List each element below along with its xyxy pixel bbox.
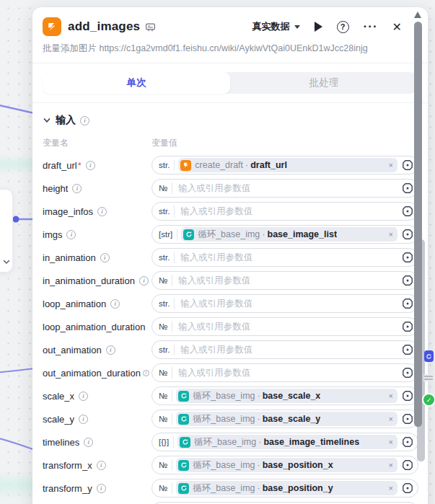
info-icon[interactable]: i [100, 253, 110, 262]
node-settings-icon[interactable] [401, 366, 414, 379]
reference-pill[interactable]: 循环_base_img · base_image_timelines × [177, 435, 397, 449]
type-tag[interactable]: str. [152, 252, 175, 263]
param-label: in_animation i [43, 252, 151, 263]
help-button[interactable]: ? [337, 21, 349, 33]
col-variable-name: 变量名 [43, 137, 151, 149]
param-value-field[interactable]: № 输入或引用参数值 [151, 363, 418, 382]
annotation-icon[interactable] [145, 22, 156, 32]
type-tag[interactable]: № [152, 390, 172, 402]
type-tag[interactable]: str. [152, 159, 175, 171]
node-settings-icon[interactable] [401, 205, 414, 218]
info-icon[interactable]: i [79, 392, 88, 401]
node-settings-icon[interactable] [401, 343, 414, 356]
info-icon[interactable]: i [80, 116, 89, 125]
type-tag[interactable]: № [152, 482, 172, 494]
type-tag[interactable]: str. [152, 344, 175, 355]
info-icon[interactable]: i [143, 370, 149, 376]
reference-pill[interactable]: 循环_base_img · base_scale_x × [176, 389, 397, 403]
tab-batch[interactable]: 批处理 [230, 72, 418, 94]
reference-pill[interactable]: 循环_base_img · base_scale_y × [176, 412, 397, 426]
info-icon[interactable]: i [97, 484, 106, 493]
scroll-up-arrow[interactable] [414, 12, 421, 18]
clear-icon[interactable]: × [385, 161, 393, 169]
param-row: transform_y i № 循环_base_img · base_posit… [43, 477, 418, 500]
type-tag[interactable]: str. [152, 205, 175, 217]
node-settings-icon[interactable] [401, 297, 414, 310]
node-settings-icon[interactable] [401, 159, 414, 172]
canvas-node[interactable] [0, 189, 13, 273]
param-value-field[interactable]: № 循环_base_img · base_scale_x × [151, 386, 418, 405]
type-tag[interactable]: str. [152, 298, 175, 309]
reference-pill[interactable]: create_draft · draft_url × [178, 158, 397, 172]
param-row: out_animation i str. 输入或引用参数值 [43, 338, 418, 361]
node-settings-icon[interactable] [401, 320, 414, 333]
param-value-field[interactable]: № 循环_base_img · base_scale_y × [151, 410, 418, 428]
loop-node-badge[interactable] [424, 350, 434, 362]
data-mode-dropdown[interactable]: 真实数据 [252, 20, 300, 33]
type-tag[interactable]: № [152, 321, 172, 332]
info-icon[interactable]: i [106, 345, 115, 355]
param-value-field[interactable]: str. 输入或引用参数值 [151, 248, 418, 267]
reference-pill[interactable]: 循环_base_img · base_image_list × [181, 227, 397, 242]
node-settings-icon[interactable] [401, 459, 414, 472]
info-icon[interactable]: i [97, 461, 106, 470]
scrollbar-thumb[interactable] [414, 22, 422, 427]
info-icon[interactable]: i [139, 276, 149, 286]
more-button[interactable]: ··· [364, 23, 378, 30]
ref-field-name: base_scale_x [263, 391, 321, 401]
info-icon[interactable]: i [79, 415, 88, 424]
clear-icon[interactable]: × [385, 230, 393, 239]
param-value-field[interactable]: № 输入或引用参数值 [151, 317, 418, 336]
param-value-field[interactable]: [{}] 循环_base_img · base_image_timelines … [151, 433, 418, 451]
param-value-field[interactable]: str. 输入或引用参数值 [151, 340, 418, 359]
info-icon[interactable]: i [97, 207, 107, 216]
type-tag[interactable]: № [152, 275, 172, 286]
clear-icon[interactable]: × [385, 438, 393, 446]
info-icon[interactable]: i [110, 299, 120, 309]
param-value-field[interactable]: № 输入或引用参数值 [151, 271, 418, 290]
param-value-field[interactable]: str. create_draft · draft_url × [151, 156, 418, 174]
info-icon[interactable]: i [66, 230, 76, 239]
node-settings-icon[interactable] [401, 436, 414, 448]
chevron-down-icon[interactable] [2, 257, 11, 266]
param-list: draft_url * i str. create_draft · draft_… [43, 154, 418, 504]
type-tag[interactable]: № [152, 367, 172, 379]
param-value-field[interactable]: № 输入或引用参数值 [151, 179, 418, 198]
info-icon[interactable]: i [84, 438, 93, 447]
node-settings-icon[interactable] [401, 482, 414, 495]
param-value-field[interactable]: [str] 循环_base_img · base_image_list × [151, 225, 418, 244]
run-button[interactable] [315, 22, 322, 32]
param-name: transform_y [43, 483, 92, 494]
info-icon[interactable]: i [72, 184, 82, 193]
info-icon[interactable]: i [86, 161, 95, 170]
node-settings-icon[interactable] [401, 274, 414, 287]
clear-icon[interactable]: × [385, 461, 393, 469]
param-value-field[interactable]: № 循环_base_img · base_position_x × [151, 456, 418, 474]
clear-icon[interactable]: × [385, 484, 393, 492]
param-row: transform_x i № 循环_base_img · base_posit… [43, 454, 418, 477]
node-settings-icon[interactable] [401, 251, 414, 264]
node-settings-icon[interactable] [401, 182, 414, 195]
node-settings-icon[interactable] [401, 228, 414, 241]
type-tag[interactable]: № [152, 413, 172, 425]
param-value-field[interactable]: str. 输入或引用参数值 [151, 294, 418, 313]
param-row: out_animation_duration i № 输入或引用参数值 [43, 361, 418, 384]
param-name: image_infos [43, 206, 93, 217]
chevron-down-icon[interactable] [43, 116, 51, 125]
mode-tabs: 单次 批处理 [43, 72, 418, 94]
type-tag[interactable]: [{}] [152, 436, 174, 448]
node-settings-icon[interactable] [401, 412, 414, 425]
node-settings-icon[interactable] [401, 389, 414, 402]
type-tag[interactable]: № [152, 182, 172, 194]
param-value-field[interactable]: № 循环_base_img · base_position_y × [151, 479, 418, 498]
type-tag[interactable]: [str] [152, 229, 177, 240]
reference-pill[interactable]: 循环_base_img · base_position_x × [176, 458, 397, 472]
clear-icon[interactable]: × [385, 415, 393, 423]
type-tag[interactable]: № [152, 459, 172, 471]
reference-pill[interactable]: 循环_base_img · base_position_y × [176, 481, 397, 495]
param-value-field[interactable]: str. 输入或引用参数值 [151, 202, 418, 221]
close-button[interactable]: ✕ [392, 20, 402, 34]
tab-single[interactable]: 单次 [43, 72, 230, 94]
ref-field-name: base_image_timelines [263, 437, 359, 447]
clear-icon[interactable]: × [385, 392, 393, 400]
